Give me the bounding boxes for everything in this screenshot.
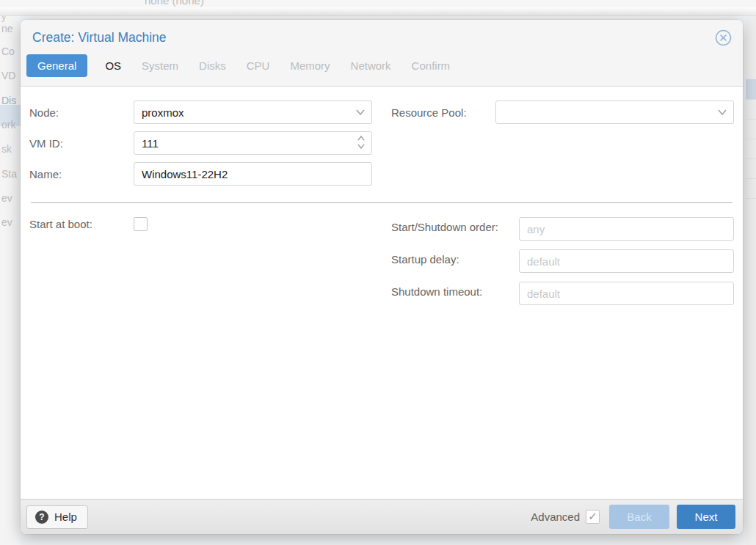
advanced-checkbox[interactable] bbox=[586, 510, 600, 524]
background-fragment: ev bbox=[1, 192, 12, 204]
wizard-body: Node: VM ID: bbox=[21, 87, 743, 499]
chevron-down-icon[interactable] bbox=[355, 108, 366, 117]
tab-general[interactable]: General bbox=[26, 54, 87, 77]
name-row: Name: bbox=[29, 162, 391, 186]
resource-pool-row: Resource Pool: bbox=[391, 100, 734, 124]
spinner-arrows-icon[interactable] bbox=[357, 135, 366, 150]
background-fragment: ne bbox=[1, 23, 13, 34]
help-button[interactable]: ? Help bbox=[26, 505, 88, 529]
background-table-sliver bbox=[746, 16, 756, 545]
next-button[interactable]: Next bbox=[677, 505, 735, 529]
node-row: Node: bbox=[29, 100, 391, 124]
startup-order-input[interactable] bbox=[519, 217, 734, 241]
tab-confirm: Confirm bbox=[412, 55, 451, 76]
shutdown-timeout-row: Shutdown timeout: bbox=[391, 282, 734, 305]
background-toolbar-text: none (none) bbox=[145, 0, 204, 7]
startup-order-label: Start/Shutdown order: bbox=[391, 217, 519, 235]
vmid-row: VM ID: bbox=[29, 131, 391, 155]
vmid-label: VM ID: bbox=[29, 137, 134, 150]
background-fragment: y bbox=[1, 16, 7, 22]
chevron-down-icon[interactable] bbox=[717, 108, 727, 117]
background-left-panel: y ne Co VD Dis ork sk Sta ev ev bbox=[0, 16, 21, 545]
resource-pool-combobox[interactable] bbox=[495, 100, 734, 124]
create-vm-dialog: Create: Virtual Machine General OS Syste… bbox=[21, 20, 743, 534]
startup-delay-row: Startup delay: bbox=[391, 249, 734, 273]
tab-disks: Disks bbox=[199, 55, 226, 76]
background-fragment: Sta bbox=[1, 168, 17, 180]
vmid-spinner-input[interactable] bbox=[134, 131, 372, 155]
background-fragment: VD bbox=[1, 70, 15, 81]
name-input[interactable] bbox=[134, 162, 372, 186]
start-at-boot-checkbox[interactable] bbox=[134, 217, 148, 231]
name-label: Name: bbox=[29, 168, 134, 180]
startup-delay-label: Startup delay: bbox=[391, 249, 519, 267]
background-fragment: Co bbox=[1, 45, 15, 57]
dialog-title: Create: Virtual Machine bbox=[32, 30, 167, 45]
background-toolbar-edge bbox=[0, 7, 756, 16]
start-at-boot-row: Start at boot: bbox=[29, 217, 391, 231]
advanced-section-divider bbox=[31, 202, 733, 203]
tab-cpu: CPU bbox=[247, 55, 270, 76]
wizard-tabbar: General OS System Disks CPU Memory Netwo… bbox=[21, 49, 743, 86]
dialog-footer: ? Help Advanced Back Next bbox=[21, 499, 743, 534]
tab-memory: Memory bbox=[290, 55, 330, 76]
dialog-header-area: Create: Virtual Machine General OS Syste… bbox=[21, 20, 743, 87]
background-toolbar: none (none) bbox=[0, 0, 756, 7]
tab-system: System bbox=[142, 55, 178, 76]
node-label: Node: bbox=[29, 106, 134, 119]
advanced-checkbox-label: Advanced bbox=[531, 511, 580, 523]
help-button-label: Help bbox=[54, 511, 77, 523]
background-fragment: sk bbox=[1, 143, 12, 155]
background-fragment: ev bbox=[1, 216, 12, 228]
startup-delay-input[interactable] bbox=[519, 249, 734, 273]
node-combobox[interactable] bbox=[134, 100, 372, 124]
startup-order-row: Start/Shutdown order: bbox=[391, 217, 734, 241]
background-selected-row bbox=[746, 79, 756, 99]
tab-os[interactable]: OS bbox=[105, 55, 121, 76]
tab-network: Network bbox=[351, 55, 391, 76]
start-at-boot-label: Start at boot: bbox=[29, 218, 134, 230]
shutdown-timeout-input[interactable] bbox=[519, 282, 734, 305]
background-fragment: ork bbox=[1, 119, 15, 131]
question-mark-icon: ? bbox=[35, 511, 48, 524]
back-button: Back bbox=[609, 505, 669, 529]
background-fragment: Dis bbox=[1, 95, 16, 106]
resource-pool-label: Resource Pool: bbox=[391, 106, 495, 119]
close-icon[interactable] bbox=[715, 29, 732, 46]
shutdown-timeout-label: Shutdown timeout: bbox=[391, 282, 519, 299]
